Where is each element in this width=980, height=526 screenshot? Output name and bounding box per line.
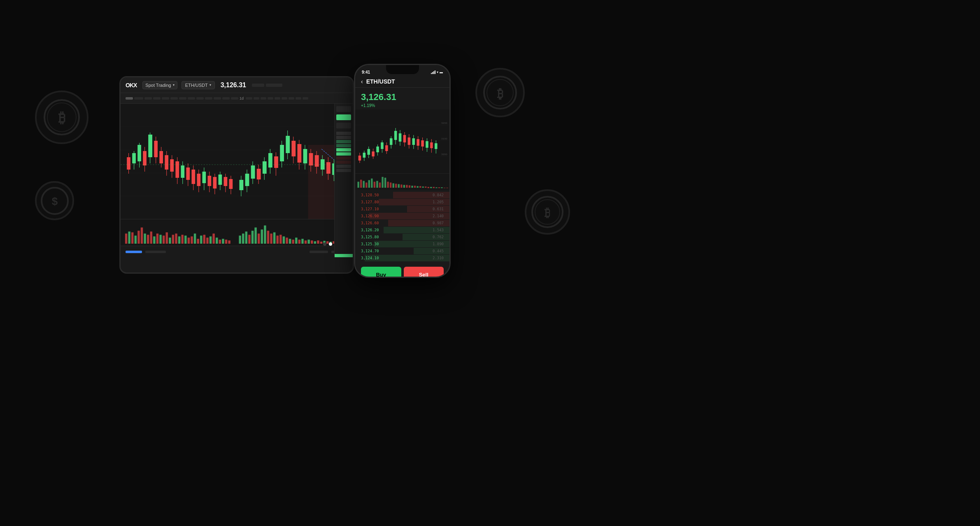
svg-rect-229 — [409, 185, 410, 188]
svg-rect-146 — [283, 236, 285, 244]
phone-volume — [355, 173, 449, 190]
pair-dropdown[interactable]: ETH/USDT ▾ — [182, 81, 215, 89]
pair-label: ETH/USDT — [185, 83, 208, 88]
phone-price: 3,126.31 — [361, 92, 444, 102]
svg-rect-55 — [229, 179, 233, 189]
svg-rect-110 — [163, 235, 165, 244]
spot-trading-dropdown[interactable]: Spot Trading ▾ — [142, 81, 177, 89]
svg-rect-98 — [125, 233, 127, 244]
svg-rect-130 — [225, 240, 227, 244]
svg-rect-242 — [444, 188, 445, 188]
svg-rect-67 — [268, 153, 272, 168]
svg-rect-127 — [216, 237, 218, 244]
svg-rect-217 — [376, 181, 378, 188]
svg-rect-223 — [393, 183, 394, 188]
svg-rect-134 — [245, 232, 247, 244]
svg-text:₿: ₿ — [58, 110, 65, 126]
svg-rect-150 — [295, 237, 297, 244]
svg-rect-222 — [390, 182, 391, 188]
svg-rect-120 — [194, 233, 196, 244]
phone-action-buttons: Buy Sell — [355, 263, 449, 278]
svg-rect-57 — [240, 180, 244, 190]
svg-text:3100: 3100 — [441, 137, 447, 140]
svg-rect-33 — [170, 159, 174, 172]
svg-rect-199 — [412, 138, 415, 145]
svg-rect-228 — [406, 185, 407, 188]
svg-rect-201 — [417, 139, 419, 146]
svg-rect-207 — [430, 142, 433, 148]
candlestick-chart: Buy 3200 3150 3100 3050 3000 — [121, 104, 353, 219]
svg-rect-240 — [438, 187, 440, 188]
svg-rect-75 — [291, 141, 296, 156]
tablet-price: 3,126.31 — [221, 81, 246, 89]
svg-rect-233 — [419, 186, 421, 188]
svg-rect-148 — [289, 239, 291, 244]
svg-rect-224 — [395, 184, 397, 188]
svg-rect-115 — [178, 236, 180, 244]
ask-row-4: 3,126.90 2.140 — [355, 213, 449, 219]
svg-rect-179 — [367, 149, 370, 155]
chart-toolbar: 1d — [121, 93, 353, 104]
svg-rect-129 — [222, 239, 224, 244]
svg-rect-143 — [273, 233, 275, 244]
svg-rect-128 — [219, 240, 221, 244]
buy-button[interactable]: Buy — [361, 267, 401, 278]
svg-rect-221 — [387, 182, 389, 188]
svg-rect-243 — [446, 188, 448, 188]
svg-rect-238 — [433, 187, 435, 188]
svg-rect-51 — [219, 175, 222, 185]
svg-rect-189 — [390, 138, 393, 145]
tablet-device: OKX Spot Trading ▾ ETH/USDT ▾ 3,126.31 1… — [119, 76, 354, 274]
svg-rect-87 — [326, 162, 331, 174]
chart-footer — [121, 246, 353, 257]
svg-rect-226 — [400, 184, 402, 188]
svg-text:3000: 3000 — [441, 153, 447, 156]
tablet-bottom-action[interactable] — [335, 254, 353, 257]
svg-rect-73 — [286, 136, 290, 153]
phone-device: 9:41 ▾ ▬ ‹ ETH/USDT 3,126.31 +1.19% — [354, 64, 451, 278]
chart-type-btn-2[interactable] — [336, 114, 351, 120]
svg-text:₿: ₿ — [545, 207, 550, 219]
svg-rect-63 — [257, 169, 261, 179]
svg-rect-205 — [426, 141, 428, 148]
svg-rect-230 — [411, 186, 413, 188]
svg-rect-103 — [141, 228, 143, 244]
btc-coin-3: ₿ — [475, 68, 525, 117]
svg-rect-183 — [376, 147, 379, 152]
svg-rect-236 — [428, 187, 429, 188]
bid-row-1: 3,126.20 1.543 — [355, 227, 449, 233]
bid-row-5: 3,124.10 2.310 — [355, 255, 449, 261]
svg-rect-140 — [264, 226, 266, 244]
page-dot-2[interactable] — [329, 242, 332, 246]
back-button[interactable]: ‹ — [361, 78, 363, 85]
phone-pair-title: ETH/USDT — [366, 78, 395, 85]
svg-rect-235 — [425, 186, 426, 188]
svg-rect-237 — [430, 187, 432, 188]
svg-rect-114 — [175, 233, 177, 244]
svg-rect-124 — [206, 237, 208, 244]
status-time: 9:41 — [362, 70, 370, 74]
bid-row-2: 3,125.80 0.762 — [355, 234, 449, 240]
sell-button[interactable]: Sell — [404, 267, 444, 278]
svg-rect-21 — [137, 145, 141, 161]
svg-rect-112 — [169, 237, 171, 244]
chart-type-btn-3[interactable] — [336, 123, 351, 128]
svg-rect-29 — [159, 151, 163, 163]
okx-logo: OKX — [126, 82, 137, 88]
svg-rect-231 — [414, 186, 416, 188]
svg-rect-154 — [307, 240, 310, 244]
svg-rect-197 — [408, 137, 411, 145]
svg-rect-83 — [315, 155, 319, 167]
svg-rect-27 — [154, 141, 158, 157]
svg-rect-59 — [245, 174, 249, 186]
tablet-header: OKX Spot Trading ▾ ETH/USDT ▾ 3,126.31 — [121, 77, 353, 93]
svg-rect-177 — [363, 153, 366, 158]
svg-rect-187 — [385, 145, 388, 151]
svg-rect-175 — [358, 156, 361, 161]
chart-type-btn-1[interactable] — [336, 106, 351, 112]
page-dot-1[interactable] — [323, 242, 326, 246]
svg-rect-147 — [286, 237, 288, 244]
svg-rect-108 — [156, 233, 158, 244]
svg-rect-69 — [274, 156, 278, 168]
svg-rect-104 — [144, 233, 146, 244]
